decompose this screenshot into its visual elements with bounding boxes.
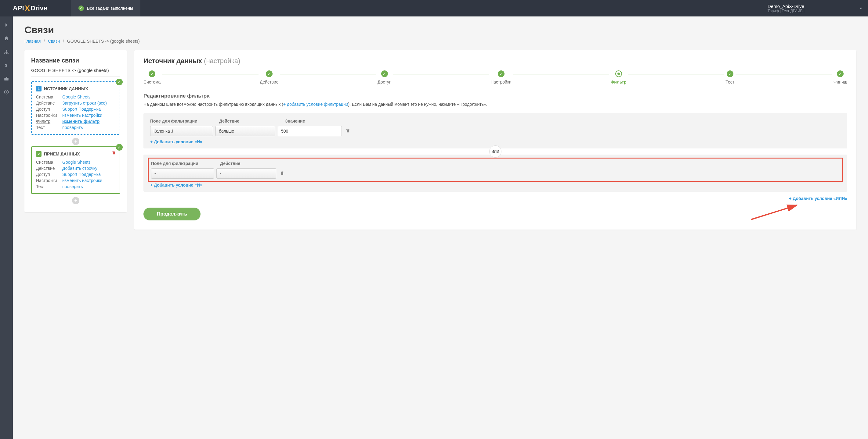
source-test-link[interactable]: проверить: [62, 125, 115, 130]
rail-home[interactable]: [0, 32, 13, 45]
tasks-status[interactable]: ✓ Все задачи выполнены: [71, 0, 141, 16]
add-module-button[interactable]: +: [72, 138, 79, 145]
dest-access-link[interactable]: Support Поддержка: [62, 172, 115, 177]
chevron-down-icon[interactable]: ▾: [854, 6, 868, 11]
row-key: Действие: [36, 166, 62, 171]
step-finish[interactable]: ✓Финиш: [834, 70, 847, 85]
row-key: Фильтр: [36, 119, 62, 124]
home-icon: [4, 36, 9, 41]
source-module[interactable]: ✓ 1 ИСТОЧНИК ДАННЫХ СистемаGoogle Sheets…: [31, 81, 120, 135]
svg-rect-2: [6, 53, 7, 54]
row-key: Доступ: [36, 107, 62, 111]
add-module-button[interactable]: +: [72, 197, 79, 204]
source-action-link[interactable]: Загрузить строки (все): [62, 101, 115, 105]
nav-rail: $ ?: [0, 16, 13, 237]
continue-button[interactable]: Продолжить: [144, 208, 200, 221]
briefcase-icon: [4, 76, 9, 81]
filter2-field-select[interactable]: -: [151, 168, 214, 179]
account-name: Demo_ApiX-Drive: [768, 4, 804, 9]
breadcrumb-home[interactable]: Главная: [24, 39, 40, 43]
svg-text:?: ?: [6, 91, 8, 94]
module-number-1: 1: [36, 86, 41, 92]
add-or-condition-link[interactable]: + Добавить условие «ИЛИ»: [789, 196, 847, 201]
trash-icon: [112, 150, 116, 155]
step-action[interactable]: ✓Действие: [260, 70, 279, 85]
filter-section-title: Редактирование фильтра: [144, 93, 847, 99]
row-key: Настройки: [36, 113, 62, 118]
destination-module[interactable]: ✓ 2 ПРИЕМ ДАННЫХ СистемаGoogle Sheets Де…: [31, 146, 120, 194]
rail-billing[interactable]: $: [0, 59, 13, 72]
row-key: Действие: [36, 101, 62, 105]
dest-module-title: ПРИЕМ ДАННЫХ: [44, 151, 80, 157]
source-filter-link[interactable]: изменить фильтр: [62, 119, 115, 124]
step-access[interactable]: ✓Доступ: [377, 70, 392, 85]
add-filter-inline-link[interactable]: + добавить условие фильтрации: [283, 102, 348, 107]
svg-text:$: $: [5, 63, 8, 68]
row-key: Система: [36, 160, 62, 165]
config-title-sub: (настройка): [204, 57, 240, 65]
step-done-icon: ✓: [837, 70, 844, 77]
step-done-icon: ✓: [727, 70, 734, 77]
sitemap-icon: [4, 49, 9, 55]
rail-briefcase[interactable]: [0, 72, 13, 86]
annotation-arrow-icon: [750, 203, 802, 221]
add-and-condition-button[interactable]: +Добавить условие «И»: [150, 182, 203, 188]
logo-text-drive: Drive: [31, 4, 47, 12]
plus-icon: +: [150, 139, 153, 144]
source-module-title: ИСТОЧНИК ДАННЫХ: [44, 86, 88, 91]
dest-system-link[interactable]: Google Sheets: [62, 160, 115, 165]
col-action-label: Действие: [219, 119, 279, 124]
row-key: Доступ: [36, 172, 62, 177]
configuration-card: Источник данных (настройка) ✓Система ✓Де…: [134, 50, 857, 230]
dest-action-link[interactable]: Добавить строчку: [62, 166, 115, 171]
rail-help[interactable]: ?: [0, 86, 13, 99]
rail-expand[interactable]: [0, 18, 13, 32]
step-settings[interactable]: ✓Настройки: [491, 70, 512, 85]
config-title-main: Источник данных: [144, 57, 202, 65]
filter1-field-select[interactable]: Колонка J: [150, 126, 213, 136]
row-key: Тест: [36, 184, 62, 189]
svg-rect-5: [4, 78, 8, 80]
step-test[interactable]: ✓Тест: [725, 70, 734, 85]
filter1-value-input[interactable]: [278, 126, 342, 136]
step-done-icon: ✓: [381, 70, 388, 77]
topbar: API X Drive ✓ Все задачи выполнены Demo_…: [0, 0, 868, 16]
account-menu[interactable]: Demo_ApiX-Drive Тариф | Тест ДРАЙВ |: [762, 4, 854, 13]
dest-settings-link[interactable]: изменить настройки: [62, 178, 115, 183]
filter2-delete-button[interactable]: [280, 171, 284, 176]
source-settings-link[interactable]: изменить настройки: [62, 113, 115, 118]
step-current-icon: [615, 70, 622, 77]
stepper: ✓Система ✓Действие ✓Доступ ✓Настройки Фи…: [144, 70, 847, 85]
add-or-condition: + Добавить условие «ИЛИ»: [144, 196, 847, 201]
delete-module-button[interactable]: [112, 150, 116, 156]
filter2-action-select[interactable]: -: [216, 168, 276, 179]
add-and-condition-button[interactable]: +Добавить условие «И»: [150, 139, 203, 144]
rail-connections[interactable]: [0, 45, 13, 59]
svg-rect-0: [6, 50, 7, 50]
connection-sidebar-card: Название связи GOOGLE SHEETS -> (google …: [24, 50, 127, 212]
connection-name[interactable]: GOOGLE SHEETS -> (google sheets): [31, 68, 120, 77]
breadcrumb-links[interactable]: Связи: [48, 39, 60, 43]
page-title: Связи: [24, 24, 857, 36]
row-key: Система: [36, 95, 62, 99]
logo-text-x: X: [25, 4, 30, 13]
source-access-link[interactable]: Support Поддержка: [62, 107, 115, 111]
logo[interactable]: API X Drive: [13, 4, 47, 13]
filter1-delete-button[interactable]: [345, 128, 350, 134]
connection-heading: Название связи: [31, 57, 120, 64]
row-key: Тест: [36, 125, 62, 130]
filter1-action-select[interactable]: больше: [215, 126, 275, 136]
col-field-label: Поле для фильтрации: [150, 119, 213, 124]
step-system[interactable]: ✓Система: [144, 70, 160, 85]
check-badge-icon: ✓: [116, 79, 123, 86]
col-field-label: Поле для фильтрации: [151, 161, 214, 166]
filter-section-desc: На данном шаге возможно настроить фильтр…: [144, 102, 847, 108]
source-system-link[interactable]: Google Sheets: [62, 95, 115, 99]
plus-icon: +: [150, 182, 153, 188]
dest-test-link[interactable]: проверить: [62, 184, 115, 189]
breadcrumb: Главная / Связи / GOOGLE SHEETS -> (goog…: [24, 39, 857, 43]
breadcrumb-sep: /: [44, 39, 45, 43]
account-tariff: Тариф | Тест ДРАЙВ |: [768, 9, 805, 13]
check-badge-icon: ✓: [116, 144, 123, 150]
step-filter[interactable]: Фильтр: [611, 70, 626, 85]
